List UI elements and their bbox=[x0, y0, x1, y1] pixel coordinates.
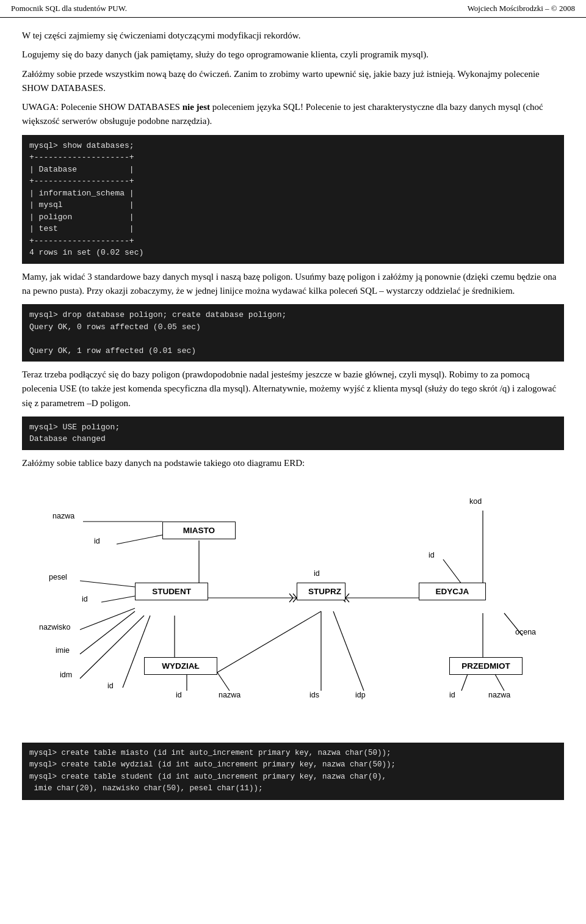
header-left: Pomocnik SQL dla studentów PUW. bbox=[11, 4, 127, 13]
paragraph-3: Załóżmy sobie przede wszystkim nową bazę… bbox=[22, 67, 564, 96]
attr-edycja-id: id bbox=[429, 551, 435, 559]
erd-svg bbox=[22, 480, 564, 737]
entity-miasto: MIASTO bbox=[162, 522, 236, 539]
attr-student-id2: id bbox=[107, 682, 114, 690]
svg-line-22 bbox=[217, 611, 321, 672]
entity-edycja: EDYCJA bbox=[419, 583, 486, 600]
svg-line-6 bbox=[80, 616, 144, 678]
attr-miasto-id: id bbox=[94, 537, 100, 545]
svg-line-13 bbox=[289, 598, 293, 602]
code-create-tables: mysql> create table miasto (id int auto_… bbox=[22, 743, 564, 800]
svg-line-7 bbox=[123, 616, 150, 688]
page-content: W tej części zajmiemy się ćwiczeniami do… bbox=[0, 18, 586, 811]
attr-stuprz-ids: ids bbox=[309, 691, 319, 699]
svg-line-27 bbox=[217, 672, 230, 691]
svg-line-4 bbox=[80, 608, 135, 630]
attr-student-nazwisko: nazwisko bbox=[39, 623, 70, 631]
svg-line-20 bbox=[443, 559, 461, 584]
entity-wydzial: WYDZIAŁ bbox=[144, 657, 217, 675]
paragraph-1: W tej części zajmiemy się ćwiczeniami do… bbox=[22, 29, 564, 43]
attr-przedmiot-id: id bbox=[449, 691, 455, 699]
paragraph-5: Mamy, jak widać 3 standardowe bazy danyc… bbox=[22, 270, 564, 299]
entity-przedmiot: PRZEDMIOT bbox=[449, 657, 523, 675]
svg-line-3 bbox=[101, 596, 135, 602]
attr-wydzial-nazwa: nazwa bbox=[219, 691, 241, 699]
attr-stuprz-id: id bbox=[314, 569, 320, 578]
attr-miasto-nazwa: nazwa bbox=[52, 512, 74, 520]
svg-line-31 bbox=[495, 674, 504, 691]
svg-line-18 bbox=[345, 598, 349, 602]
svg-line-30 bbox=[461, 674, 468, 691]
paragraph-6: Teraz trzeba podłączyć się do bazy polig… bbox=[22, 368, 564, 410]
attr-student-id: id bbox=[82, 595, 88, 603]
attr-wydzial-id: id bbox=[176, 691, 182, 699]
attr-student-imie: imie bbox=[56, 646, 70, 655]
attr-student-idm: idm bbox=[60, 671, 72, 679]
paragraph-7: Załóżmy sobie tablice bazy danych na pod… bbox=[22, 456, 564, 470]
paragraph-4-bold: nie jest bbox=[183, 102, 210, 112]
svg-line-25 bbox=[333, 611, 364, 691]
svg-line-2 bbox=[80, 581, 135, 587]
page-header: Pomocnik SQL dla studentów PUW. Wojciech… bbox=[0, 0, 586, 18]
paragraph-4-start: UWAGA: Polecenie SHOW DATABASES bbox=[22, 102, 183, 112]
svg-line-12 bbox=[289, 594, 293, 598]
entity-student: STUDENT bbox=[135, 583, 208, 600]
attr-student-pesel: pesel bbox=[49, 573, 67, 581]
attr-stuprz-idp: idp bbox=[355, 691, 366, 699]
svg-line-1 bbox=[117, 535, 162, 544]
attr-przedmiot-nazwa: nazwa bbox=[488, 691, 510, 699]
code-drop-create: mysql> drop database poligon; create dat… bbox=[22, 304, 564, 362]
code-use-poligon: mysql> USE poligon; Database changed bbox=[22, 417, 564, 450]
code-show-databases: mysql> show databases; +----------------… bbox=[22, 135, 564, 264]
svg-line-17 bbox=[345, 594, 349, 598]
paragraph-2: Logujemy się do bazy danych (jak pamięta… bbox=[22, 48, 564, 62]
paragraph-4: UWAGA: Polecenie SHOW DATABASES nie jest… bbox=[22, 100, 564, 129]
erd-diagram: MIASTO STUDENT STUPRZ EDYCJA WYDZIAŁ PRZ… bbox=[22, 480, 564, 737]
header-right: Wojciech Mościbrodzki – © 2008 bbox=[468, 4, 575, 13]
entity-stuprz: STUPRZ bbox=[297, 583, 345, 600]
svg-line-5 bbox=[80, 611, 135, 654]
attr-edycja-kod: kod bbox=[469, 497, 482, 506]
attr-edycja-ocena: ocena bbox=[515, 628, 536, 636]
